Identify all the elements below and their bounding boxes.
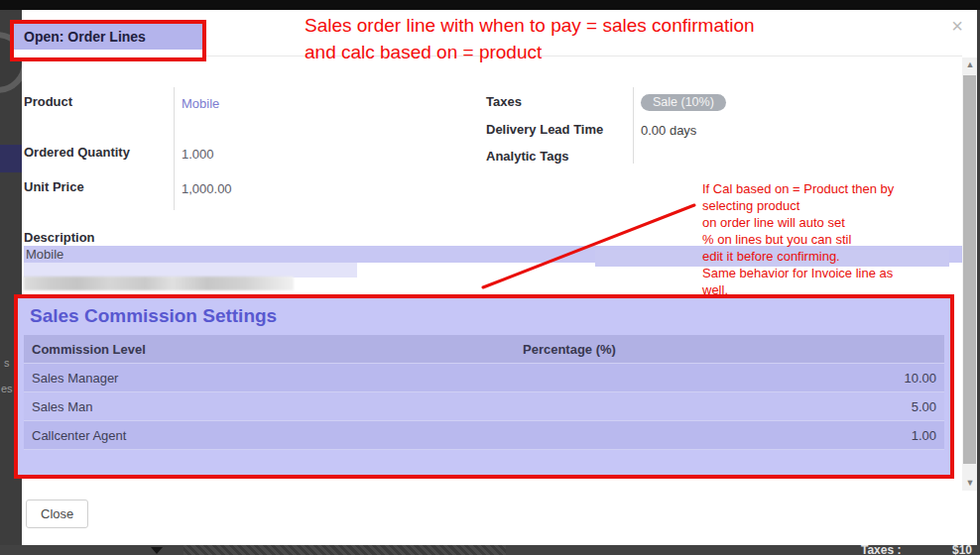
scrollbar-up-icon[interactable]: ▲ bbox=[963, 58, 977, 70]
title-annotation-box: Open: Order Lines bbox=[10, 20, 206, 61]
close-button[interactable]: Close bbox=[26, 500, 88, 528]
column-header-commission-level: Commission Level bbox=[24, 342, 523, 357]
scrollbar-down-icon[interactable]: ▼ bbox=[963, 477, 977, 489]
table-row[interactable]: Sales Manager 10.00 bbox=[24, 363, 944, 391]
dropdown-arrow-icon bbox=[151, 547, 163, 554]
annotation-side-line: edit it before confirming. bbox=[702, 248, 968, 265]
form-left-divider bbox=[174, 87, 175, 210]
field-label-analytic-tags: Analytic Tags bbox=[486, 149, 569, 164]
field-label-delivery-lead-time: Delivery Lead Time bbox=[486, 122, 603, 137]
background-selected-menu-band bbox=[0, 145, 22, 172]
field-value-product[interactable]: Mobile bbox=[182, 96, 219, 111]
annotation-side-line: on order line will auto set bbox=[702, 214, 968, 231]
background-text-fragment: s bbox=[4, 357, 10, 369]
cell-percentage: 10.00 bbox=[746, 371, 944, 386]
annotation-top-line1: Sales order line with when to pay = sale… bbox=[305, 12, 959, 39]
field-label-taxes: Taxes bbox=[486, 94, 522, 109]
table-row[interactable]: Sales Man 5.00 bbox=[24, 391, 944, 420]
background-taxes-value: $10 bbox=[952, 545, 972, 555]
modal-title: Open: Order Lines bbox=[24, 29, 146, 45]
annotation-top-line2: and calc based on = product bbox=[305, 39, 959, 65]
form-right-divider bbox=[633, 87, 634, 164]
dimmed-bottom-background: Taxes : $10 bbox=[0, 545, 980, 555]
annotation-side-line: If Cal based on = Product then by bbox=[702, 180, 968, 197]
description-redacted-text bbox=[24, 277, 294, 290]
commission-table-header: Commission Level Percentage (%) bbox=[24, 335, 944, 363]
cell-percentage: 5.00 bbox=[746, 399, 944, 414]
cell-commission-level: Sales Man bbox=[24, 399, 746, 414]
background-taxes-label: Taxes : bbox=[861, 545, 901, 555]
table-empty-row bbox=[24, 449, 944, 474]
description-line-highlight-partial bbox=[24, 263, 357, 278]
field-value-unit-price: 1,000.00 bbox=[182, 181, 232, 196]
field-label-unit-price: Unit Price bbox=[24, 179, 84, 194]
field-value-ordered-quantity: 1.000 bbox=[182, 147, 214, 162]
field-label-description: Description bbox=[24, 230, 95, 245]
table-row[interactable]: Callcenter Agent 1.00 bbox=[24, 420, 944, 449]
annotation-side-line: Same behavior for Invoice line as bbox=[702, 265, 968, 281]
column-header-percentage: Percentage (%) bbox=[523, 342, 616, 357]
background-text-fragment: es bbox=[1, 383, 13, 394]
annotation-arrow-line bbox=[476, 198, 704, 297]
background-hatched-area bbox=[184, 545, 506, 555]
field-label-product: Product bbox=[24, 94, 72, 109]
annotation-side: If Cal based on = Product then by select… bbox=[702, 180, 968, 298]
commission-section-title: Sales Commission Settings bbox=[30, 305, 277, 327]
annotation-side-line: % on lines but you can stil bbox=[702, 231, 968, 248]
taxes-badge: Sale (10%) bbox=[641, 94, 726, 111]
annotation-side-line: selecting product bbox=[702, 197, 968, 214]
page: s es Taxes : $10 Open: Order Lines × Sal… bbox=[0, 0, 980, 555]
cell-commission-level: Callcenter Agent bbox=[24, 428, 746, 443]
cell-percentage: 1.00 bbox=[746, 428, 944, 443]
commission-table: Commission Level Percentage (%) Sales Ma… bbox=[24, 335, 944, 474]
annotation-top: Sales order line with when to pay = sale… bbox=[305, 12, 959, 65]
field-value-delivery-lead-time: 0.00 days bbox=[641, 123, 696, 138]
cell-commission-level: Sales Manager bbox=[24, 371, 746, 386]
commission-annotation-box: Sales Commission Settings Commission Lev… bbox=[14, 294, 954, 479]
field-label-ordered-quantity: Ordered Quantity bbox=[24, 145, 130, 160]
scrollbar-thumb[interactable] bbox=[963, 75, 976, 464]
top-bar bbox=[0, 0, 980, 10]
